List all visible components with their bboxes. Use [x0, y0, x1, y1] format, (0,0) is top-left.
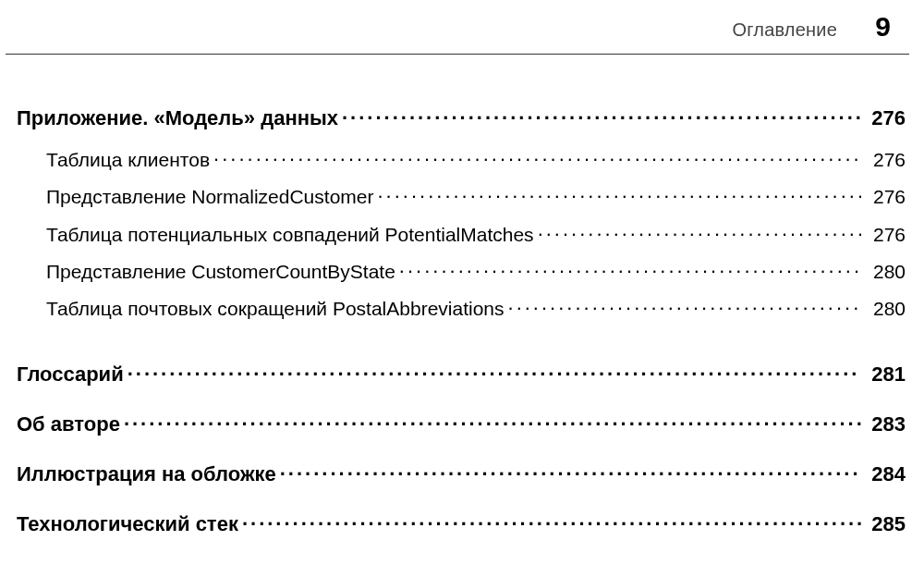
toc-leader — [242, 513, 861, 531]
toc-item-title: Представление CustomerCountByState — [46, 261, 399, 283]
toc-leader — [128, 363, 861, 381]
toc-section-page: 285 — [861, 512, 906, 536]
toc-section-title: Иллюстрация на обложке — [17, 462, 280, 486]
toc-item-title: Таблица почтовых сокращений PostalAbbrev… — [46, 298, 508, 320]
toc-item-title: Представление NormalizedCustomer — [46, 186, 377, 208]
toc-leader — [538, 223, 861, 240]
table-of-contents: Приложение. «Модель» данных 276 Таблица … — [0, 55, 924, 536]
toc-section-title: Глоссарий — [17, 362, 128, 387]
toc-section: Приложение. «Модель» данных 276 — [17, 106, 906, 130]
toc-leader — [399, 261, 861, 278]
toc-section: Технологический стек 285 — [17, 512, 906, 536]
toc-item-page: 276 — [861, 186, 906, 208]
toc-item-page: 280 — [861, 298, 906, 320]
toc-item: Представление NormalizedCustomer 276 — [17, 186, 906, 208]
toc-item-page: 276 — [861, 224, 906, 246]
toc-section-page: 284 — [861, 462, 906, 486]
toc-section-page: 283 — [861, 412, 906, 436]
toc-section-title: Приложение. «Модель» данных — [17, 106, 342, 130]
toc-leader — [508, 298, 861, 315]
header-page-number: 9 — [869, 11, 891, 43]
toc-item-title: Таблица потенциальных совпадений Potenti… — [46, 224, 538, 246]
toc-item: Таблица потенциальных совпадений Potenti… — [17, 223, 906, 245]
toc-item: Таблица почтовых сокращений PostalAbbrev… — [17, 298, 906, 320]
header-label: Оглавление — [732, 19, 837, 41]
toc-leader — [124, 413, 861, 431]
toc-leader — [280, 463, 861, 481]
toc-section-page: 281 — [861, 362, 906, 387]
page-root: Оглавление 9 Приложение. «Модель» данных… — [0, 0, 924, 565]
toc-section-title: Об авторе — [17, 412, 124, 436]
toc-section-title: Технологический стек — [17, 512, 242, 536]
toc-item: Таблица клиентов 276 — [17, 149, 906, 171]
toc-leader — [213, 149, 861, 166]
toc-section: Иллюстрация на обложке 284 — [17, 462, 906, 486]
running-header: Оглавление 9 — [6, 0, 909, 55]
toc-section: Об авторе 283 — [17, 412, 906, 436]
toc-item-page: 280 — [861, 261, 906, 283]
toc-section: Глоссарий 281 — [17, 362, 906, 387]
toc-item-page: 276 — [861, 149, 906, 171]
toc-leader — [377, 186, 861, 203]
toc-leader — [342, 107, 861, 125]
spacer — [17, 335, 906, 362]
toc-item-title: Таблица клиентов — [46, 149, 213, 171]
toc-section-page: 276 — [861, 106, 906, 130]
toc-item: Представление CustomerCountByState 280 — [17, 261, 906, 283]
